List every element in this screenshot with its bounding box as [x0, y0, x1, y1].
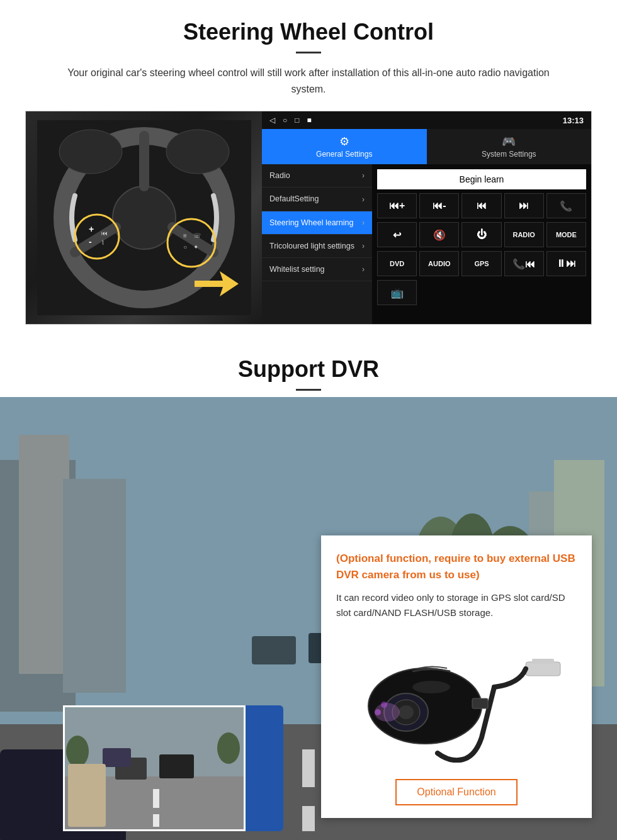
- prev-btn[interactable]: ⏮: [461, 193, 501, 218]
- svg-rect-24: [302, 749, 315, 787]
- svg-rect-49: [526, 662, 560, 676]
- dvr-section: Support DVR: [0, 337, 617, 840]
- menu-default-label: DefaultSetting: [269, 194, 319, 204]
- status-bar-time: 13:13: [563, 116, 584, 125]
- menu-tricoloured-label: Tricoloured light settings: [269, 241, 354, 251]
- dvr-product-image: [336, 630, 577, 769]
- svg-point-59: [375, 703, 400, 722]
- home-icon: ○: [283, 116, 287, 125]
- control-buttons-row2: ↩ 🔇 ⏻ RADIO MODE: [377, 222, 586, 247]
- optional-function-button[interactable]: Optional Function: [395, 779, 517, 805]
- vol-plus-btn[interactable]: ⏮+: [377, 193, 417, 218]
- svg-rect-41: [153, 789, 159, 808]
- tab-system-label: System Settings: [482, 150, 536, 159]
- status-bar: ◁ ○ □ ■ 13:13: [262, 111, 591, 129]
- right-control-panel: Begin learn ⏮+ ⏮- ⏮ ⏭ 📞 ↩ 🔇 ⏻ RAD: [372, 164, 591, 324]
- settings-content: Radio › DefaultSetting › Steering Wheel …: [262, 164, 591, 324]
- svg-point-47: [217, 732, 240, 764]
- menu-whitelist-label: Whitelist setting: [269, 264, 325, 274]
- steering-image-area: + - ⏮ ⌇ ≡ ☏ ○ ✦: [26, 111, 262, 324]
- svg-rect-21: [19, 435, 69, 674]
- next-combo-btn[interactable]: ⏸⏭: [546, 251, 586, 276]
- dvr-info-desc: It can record video only to storage in G…: [336, 590, 577, 620]
- mode-btn[interactable]: MODE: [546, 222, 586, 247]
- svg-rect-44: [159, 754, 194, 778]
- control-buttons-row3: DVD AUDIO GPS 📞⏮ ⏸⏭: [377, 251, 586, 276]
- menu-item-default-setting[interactable]: DefaultSetting ›: [262, 188, 372, 211]
- steering-section: Steering Wheel Control Your original car…: [0, 0, 617, 337]
- dvr-info-box: (Optional function, require to buy exter…: [321, 535, 592, 818]
- dvr-title-divider: [296, 389, 321, 391]
- svg-text:≡: ≡: [183, 232, 187, 239]
- control-buttons-row4: 📺: [377, 280, 586, 305]
- back-icon: ◁: [269, 116, 275, 125]
- steering-title: Steering Wheel Control: [25, 19, 592, 45]
- svg-rect-26: [252, 636, 296, 664]
- dvr-header: Support DVR: [0, 337, 617, 397]
- svg-rect-57: [472, 698, 488, 708]
- dvr-title: Support DVR: [25, 356, 592, 383]
- screen-btn[interactable]: 📺: [377, 280, 417, 305]
- hang-up-btn[interactable]: ↩: [377, 222, 417, 247]
- svg-point-58: [412, 681, 450, 693]
- phone-btn[interactable]: 📞: [546, 193, 586, 218]
- android-ui: ◁ ○ □ ■ 13:13 ⚙ General Settings 🎮 Syste…: [262, 111, 591, 324]
- general-settings-icon: ⚙: [339, 135, 349, 148]
- dashcam-view-svg: [65, 707, 246, 831]
- gps-btn[interactable]: GPS: [461, 251, 501, 276]
- control-buttons-row1: ⏮+ ⏮- ⏮ ⏭ 📞: [377, 193, 586, 218]
- svg-point-46: [66, 736, 89, 767]
- demo-container: + - ⏮ ⌇ ≡ ☏ ○ ✦ ◁ ○: [25, 111, 592, 325]
- steering-description: Your original car's steering wheel contr…: [50, 65, 567, 97]
- dashcam-inset-image: [63, 705, 246, 831]
- recent-icon: □: [295, 116, 299, 125]
- mute-btn[interactable]: 🔇: [419, 222, 459, 247]
- svg-text:✦: ✦: [193, 244, 198, 250]
- radio-chevron-icon: ›: [362, 171, 365, 180]
- svg-rect-42: [153, 814, 159, 827]
- menu-item-steering-learning[interactable]: Steering Wheel learning ›: [262, 211, 372, 235]
- power-btn[interactable]: ⏻: [461, 222, 501, 247]
- steering-chevron-icon: ›: [362, 218, 365, 227]
- menu-radio-label: Radio: [269, 171, 290, 181]
- title-divider: [296, 52, 321, 53]
- menu-item-whitelist[interactable]: Whitelist setting ›: [262, 258, 372, 281]
- next-btn[interactable]: ⏭: [504, 193, 544, 218]
- phone-prev-btn[interactable]: 📞⏮: [504, 251, 544, 276]
- dvr-background: (Optional function, require to buy exter…: [0, 397, 617, 840]
- svg-text:⌇: ⌇: [101, 239, 105, 246]
- svg-rect-25: [302, 806, 315, 831]
- svg-point-17: [166, 130, 229, 174]
- tab-general-settings[interactable]: ⚙ General Settings: [262, 129, 427, 164]
- svg-rect-22: [63, 479, 126, 693]
- svg-text:☏: ☏: [193, 232, 201, 239]
- svg-rect-45: [103, 748, 131, 767]
- svg-text:-: -: [89, 237, 92, 247]
- svg-text:+: +: [89, 224, 94, 234]
- menu-item-tricoloured[interactable]: Tricoloured light settings ›: [262, 235, 372, 258]
- status-bar-nav: ◁ ○ □ ■: [269, 116, 312, 125]
- svg-text:○: ○: [183, 244, 187, 250]
- settings-menu: Radio › DefaultSetting › Steering Wheel …: [262, 164, 372, 324]
- vol-minus-btn[interactable]: ⏮-: [419, 193, 459, 218]
- default-chevron-icon: ›: [362, 195, 365, 204]
- radio-mode-btn[interactable]: RADIO: [504, 222, 544, 247]
- system-settings-icon: 🎮: [502, 135, 516, 148]
- svg-point-54: [399, 705, 414, 719]
- dvd-btn[interactable]: DVD: [377, 251, 417, 276]
- svg-rect-50: [532, 659, 554, 664]
- dvr-camera-product-svg: [349, 637, 563, 763]
- tricoloured-chevron-icon: ›: [362, 242, 365, 250]
- settings-tabs: ⚙ General Settings 🎮 System Settings: [262, 129, 591, 164]
- menu-item-radio[interactable]: Radio ›: [262, 164, 372, 188]
- audio-btn[interactable]: AUDIO: [419, 251, 459, 276]
- svg-point-2: [113, 186, 176, 249]
- menu-steering-label: Steering Wheel learning: [269, 218, 353, 228]
- tab-system-settings[interactable]: 🎮 System Settings: [427, 129, 592, 164]
- dvr-info-title: (Optional function, require to buy exter…: [336, 551, 577, 583]
- svg-point-16: [59, 130, 122, 174]
- begin-learn-button[interactable]: Begin learn: [377, 169, 586, 189]
- whitelist-chevron-icon: ›: [362, 265, 365, 274]
- tab-general-label: General Settings: [316, 150, 372, 159]
- svg-text:⏮: ⏮: [101, 230, 108, 237]
